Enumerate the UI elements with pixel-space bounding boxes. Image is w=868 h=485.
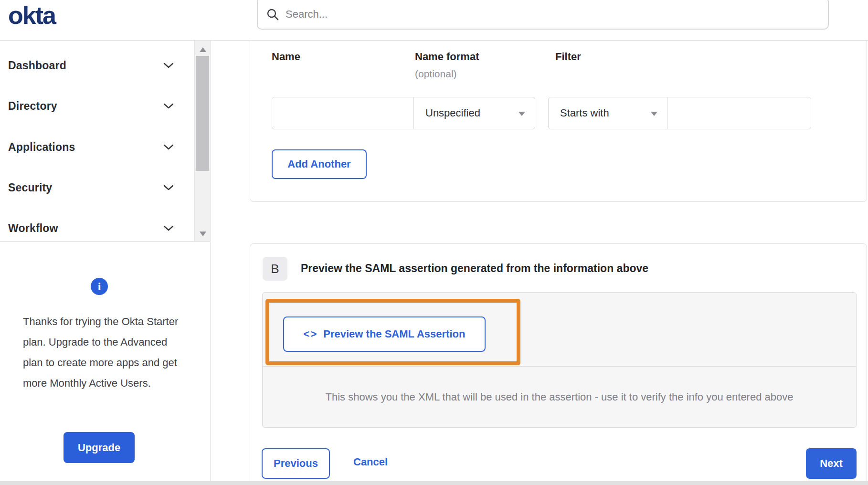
global-search: [257, 0, 829, 30]
filter-value-input[interactable]: [667, 97, 811, 129]
okta-logo[interactable]: okta: [8, 1, 55, 30]
sidebar-item-label: Security: [8, 181, 52, 194]
sidebar-item-dashboard[interactable]: Dashboard: [0, 51, 195, 80]
search-input[interactable]: [286, 8, 801, 21]
upgrade-message: Thanks for trying the Okta Starter plan.…: [23, 311, 181, 393]
sidebar-item-security[interactable]: Security: [0, 173, 195, 202]
upgrade-button[interactable]: Upgrade: [64, 432, 135, 463]
chevron-down-icon: [163, 63, 174, 69]
okta-admin-screen: okta Dashboard Directory Applications Se…: [0, 0, 868, 485]
preview-box: <> Preview the SAML Assertion This shows…: [262, 292, 857, 428]
page-bottom-edge: [0, 481, 868, 485]
upgrade-panel: i Thanks for trying the Okta Starter pla…: [0, 242, 211, 485]
filter-type-value: Starts with: [560, 107, 609, 119]
add-another-button[interactable]: Add Another: [272, 149, 367, 179]
code-brackets-icon: <>: [304, 328, 318, 340]
scrollbar-thumb[interactable]: [196, 56, 209, 171]
cancel-button[interactable]: Cancel: [353, 456, 388, 468]
attribute-statements-card: Name Name format (optional) Filter Unspe…: [250, 40, 867, 202]
name-format-hint: (optional): [415, 68, 457, 80]
sidebar-item-directory[interactable]: Directory: [0, 92, 195, 120]
sidebar-item-workflow[interactable]: Workflow: [0, 214, 195, 242]
step-b-badge: B: [263, 257, 287, 281]
chevron-down-icon: [163, 103, 174, 109]
sidebar-item-applications[interactable]: Applications: [0, 133, 195, 161]
name-format-column-label: Name format: [415, 51, 479, 63]
scrollbar-down-arrow-icon[interactable]: [200, 232, 206, 236]
sidebar-scrollbar[interactable]: [194, 41, 210, 241]
scrollbar-up-arrow-icon[interactable]: [200, 47, 206, 52]
name-format-value: Unspecified: [425, 107, 480, 119]
sidebar-item-label: Directory: [8, 100, 57, 113]
name-column-label: Name: [272, 51, 300, 63]
next-button[interactable]: Next: [806, 448, 857, 479]
sidebar-item-label: Applications: [8, 141, 75, 154]
caret-down-icon: [651, 112, 657, 116]
preview-button-area: <> Preview the SAML Assertion: [263, 293, 856, 366]
preview-section-heading: Preview the SAML assertion generated fro…: [301, 262, 648, 275]
preview-description: This shows you the XML that will be used…: [326, 391, 794, 403]
preview-saml-card: B Preview the SAML assertion generated f…: [250, 243, 867, 485]
preview-description-area: This shows you the XML that will be used…: [263, 366, 856, 428]
preview-saml-assertion-button[interactable]: <> Preview the SAML Assertion: [283, 316, 486, 352]
caret-down-icon: [519, 112, 525, 116]
chevron-down-icon: [163, 144, 174, 150]
chevron-down-icon: [163, 225, 174, 232]
filter-type-select[interactable]: Starts with: [548, 97, 667, 129]
sidebar-item-label: Dashboard: [8, 59, 66, 72]
attribute-name-input[interactable]: [272, 97, 414, 129]
chevron-down-icon: [163, 185, 174, 191]
name-format-select[interactable]: Unspecified: [413, 97, 535, 129]
sidebar-nav: Dashboard Directory Applications Securit…: [0, 41, 211, 242]
sidebar-item-label: Workflow: [8, 222, 58, 235]
preview-button-label: Preview the SAML Assertion: [323, 328, 465, 340]
filter-column-label: Filter: [555, 51, 581, 63]
search-icon: [266, 8, 279, 21]
info-icon: i: [91, 278, 108, 295]
previous-button[interactable]: Previous: [262, 448, 330, 479]
